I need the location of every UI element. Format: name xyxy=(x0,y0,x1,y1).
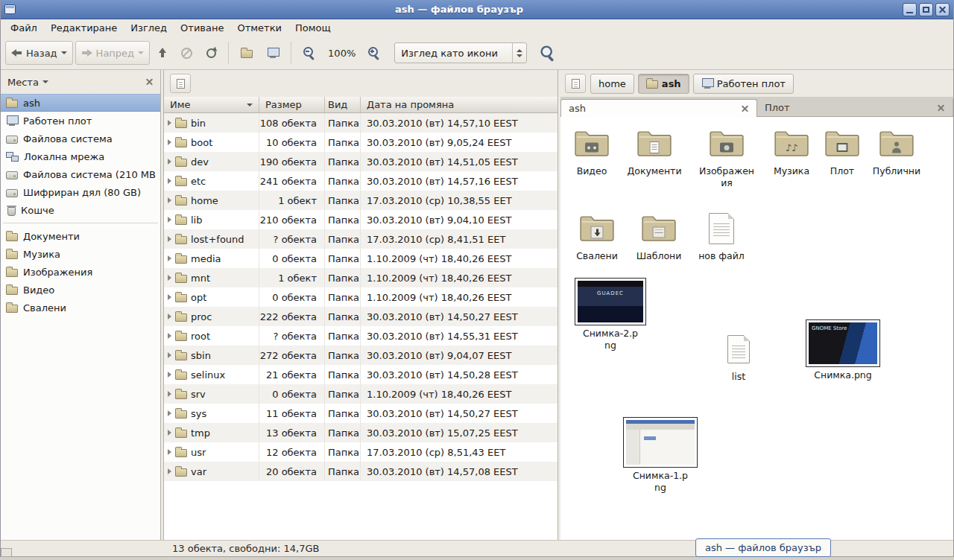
sidebar-item[interactable]: Изображения xyxy=(1,263,160,281)
file-icon[interactable]: Музика xyxy=(763,124,820,177)
table-row[interactable]: bin 108 обекта Папка 30.03.2010 (вт) 14,… xyxy=(164,113,557,133)
expander-icon[interactable] xyxy=(168,275,171,281)
sidebar-close-icon[interactable] xyxy=(145,78,154,86)
expander-icon[interactable] xyxy=(168,255,171,261)
menu-item[interactable]: Отметки xyxy=(230,20,288,36)
computer-button[interactable] xyxy=(261,41,285,65)
expander-icon[interactable] xyxy=(168,430,171,436)
file-icon[interactable]: Документи xyxy=(626,124,683,177)
table-row[interactable]: tmp 13 обекта Папка 30.03.2010 (вт) 15,0… xyxy=(164,423,557,442)
sidebar-item[interactable]: Файлова система (210 MB) xyxy=(1,165,160,183)
file-icon[interactable]: Изображения xyxy=(697,124,756,188)
forward-button[interactable]: Напред xyxy=(75,41,150,65)
table-row[interactable]: proc 222 обекта Папка 30.03.2010 (вт) 14… xyxy=(164,307,557,326)
close-button[interactable] xyxy=(935,3,950,16)
expander-icon[interactable] xyxy=(168,314,171,319)
path-crumb-button[interactable]: Работен плот xyxy=(693,74,794,94)
menu-item[interactable]: Редактиране xyxy=(44,20,124,36)
expander-icon[interactable] xyxy=(168,159,171,165)
expander-icon[interactable] xyxy=(168,333,171,339)
expander-icon[interactable] xyxy=(168,236,171,242)
expander-icon[interactable] xyxy=(168,139,171,145)
view-mode-spinner[interactable] xyxy=(512,43,526,63)
table-row[interactable]: lib 210 обекта Папка 30.03.2010 (вт) 9,0… xyxy=(164,210,557,229)
maximize-button[interactable] xyxy=(919,3,933,16)
table-row[interactable]: root ? обекта Папка 30.03.2010 (вт) 14,5… xyxy=(164,326,557,346)
table-row[interactable]: selinux 21 обекта Папка 30.03.2010 (вт) … xyxy=(164,365,557,384)
sidebar-item[interactable]: Кошче xyxy=(1,201,160,219)
table-row[interactable]: boot 10 обекта Папка 30.03.2010 (вт) 9,0… xyxy=(164,133,557,152)
stop-button[interactable] xyxy=(175,41,198,65)
location-button[interactable] xyxy=(170,74,191,93)
table-row[interactable]: sys 11 обекта Папка 30.03.2010 (вт) 14,5… xyxy=(164,404,557,423)
expander-icon[interactable] xyxy=(168,294,171,300)
home-button[interactable] xyxy=(235,41,259,65)
table-row[interactable]: media 0 обекта Папка 1.10.2009 (чт) 18,4… xyxy=(164,249,557,268)
reload-button[interactable] xyxy=(200,41,222,65)
tab-close-icon[interactable] xyxy=(937,104,945,112)
menu-item[interactable]: Изглед xyxy=(124,20,174,36)
titlebar[interactable]: ash — файлов браузър xyxy=(1,0,953,19)
zoom-out-button[interactable] xyxy=(297,41,321,65)
column-header-date[interactable]: Дата на промяна xyxy=(361,97,557,112)
location-button[interactable] xyxy=(565,74,586,93)
expander-icon[interactable] xyxy=(168,217,171,223)
sidebar-mode-dropdown-icon[interactable] xyxy=(42,80,48,83)
table-row[interactable]: etc 241 обекта Папка 30.03.2010 (вт) 14,… xyxy=(164,171,557,191)
table-row[interactable]: opt 0 обекта Папка 1.10.2009 (чт) 18,40,… xyxy=(164,287,557,307)
sidebar-item[interactable]: Видео xyxy=(1,281,160,299)
file-icon[interactable]: Публични xyxy=(868,124,925,177)
file-icon[interactable]: GNOME Store Снимка.png xyxy=(802,319,884,381)
sidebar-item[interactable]: Локална мрежа xyxy=(1,147,160,165)
view-mode-select[interactable]: Изглед като икони xyxy=(394,42,527,63)
expander-icon[interactable] xyxy=(168,410,171,416)
menu-item[interactable]: Помощ xyxy=(288,20,338,36)
sidebar-item[interactable]: Файлова система xyxy=(1,130,160,147)
up-button[interactable] xyxy=(152,41,173,65)
expander-icon[interactable] xyxy=(168,468,171,474)
back-dropdown-icon[interactable] xyxy=(61,51,67,54)
taskbar-window-button[interactable]: ash — файлов браузър xyxy=(695,538,831,557)
table-row[interactable]: home 1 обект Папка 17.03.2010 (ср) 10,38… xyxy=(164,191,557,210)
expander-icon[interactable] xyxy=(168,391,171,397)
file-icon[interactable]: Снимка-1.png xyxy=(619,417,701,493)
sidebar-item[interactable]: Свалени xyxy=(1,299,160,316)
table-row[interactable]: dev 190 обекта Папка 30.03.2010 (вт) 14,… xyxy=(164,152,557,171)
back-button[interactable]: Назад xyxy=(5,41,73,65)
column-header-size[interactable]: Размер xyxy=(259,97,325,112)
table-row[interactable]: lost+found ? обекта Папка 17.03.2010 (ср… xyxy=(164,229,557,249)
expander-icon[interactable] xyxy=(168,449,171,455)
forward-dropdown-icon[interactable] xyxy=(138,51,144,54)
tab[interactable]: Плот xyxy=(757,99,953,116)
file-icon[interactable]: Свалени xyxy=(569,209,625,262)
tab-close-icon[interactable] xyxy=(741,104,749,112)
minimize-button[interactable] xyxy=(903,3,917,16)
file-icon[interactable]: GUADEC Снимка-2.png xyxy=(572,278,649,351)
sidebar-item[interactable]: Шифриран дял (80 GB) xyxy=(1,183,160,201)
table-row[interactable]: srv 0 обекта Папка 1.10.2009 (чт) 18,40,… xyxy=(164,384,557,404)
search-button[interactable] xyxy=(536,41,560,65)
expander-icon[interactable] xyxy=(168,352,171,358)
menu-item[interactable]: Отиване xyxy=(174,20,230,36)
file-icon[interactable]: Видео xyxy=(563,124,620,177)
zoom-in-button[interactable] xyxy=(362,41,386,65)
tab[interactable]: ash xyxy=(560,99,757,117)
table-row[interactable]: sbin 272 обекта Папка 30.03.2010 (вт) 9,… xyxy=(164,346,557,365)
column-header-kind[interactable]: Вид xyxy=(325,97,361,112)
sidebar-item[interactable]: Документи xyxy=(1,227,160,245)
sidebar-item[interactable]: ash xyxy=(1,94,160,112)
table-row[interactable]: usr 12 обекта Папка 17.03.2010 (ср) 8,51… xyxy=(164,442,557,462)
icon-view[interactable]: Видео xyxy=(560,117,953,540)
sidebar-item[interactable]: Музика xyxy=(1,245,160,263)
file-icon[interactable]: Шаблони xyxy=(631,209,687,262)
file-icon[interactable]: list xyxy=(710,330,767,383)
table-row[interactable]: var 20 обекта Папка 30.03.2010 (вт) 14,5… xyxy=(164,462,557,481)
table-row[interactable]: mnt 1 обект Папка 1.10.2009 (чт) 18,40,2… xyxy=(164,268,557,287)
file-icon[interactable]: Плот xyxy=(814,124,871,177)
expander-icon[interactable] xyxy=(168,197,171,203)
path-crumb-button[interactable]: ash xyxy=(638,74,689,94)
path-crumb-button[interactable]: home xyxy=(590,74,634,94)
sidebar-item[interactable]: Работен плот xyxy=(1,112,160,130)
column-header-name[interactable]: Име xyxy=(164,97,259,112)
menu-item[interactable]: Файл xyxy=(4,20,44,36)
